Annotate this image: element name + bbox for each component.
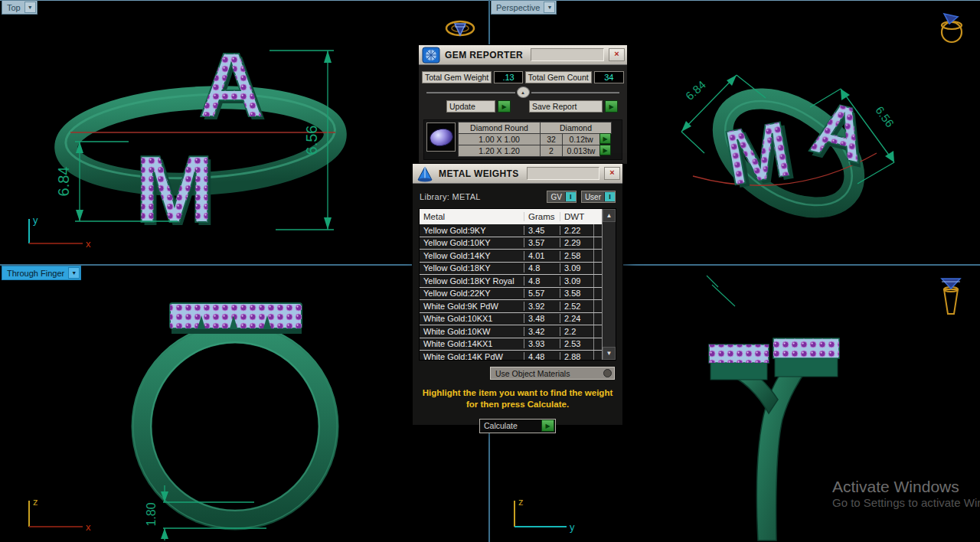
calculate-go-icon[interactable]: ▶ (541, 420, 554, 432)
collapse-divider: ▲ (426, 87, 619, 97)
viewport-label-top[interactable]: Top ▼ (2, 0, 38, 15)
user-toggle[interactable]: User I (581, 191, 616, 203)
viewport-title: Top (7, 3, 21, 12)
viewport-menu-icon[interactable]: ▼ (544, 2, 555, 13)
table-row[interactable]: White Gold:10KX13.482.24 (420, 313, 616, 326)
table-row[interactable]: Yellow Gold:22KY5.573.58 (420, 288, 616, 301)
gem-count: 32 (540, 133, 563, 145)
instruction-text: Highlight the item you want to find the … (413, 387, 622, 410)
svg-text:x: x (86, 521, 91, 533)
svg-text:y: y (33, 214, 38, 226)
gem-reporter-dialog: GEM REPORTER × Total Gem Weight .13 Tota… (418, 44, 628, 165)
gem-row[interactable]: 1.20 X 1.20 2 0.013tw ▶ (459, 145, 612, 157)
dialog-title: METAL WEIGHTS (439, 168, 519, 179)
table-row[interactable]: White Gold:14K PdW4.482.88 (420, 351, 616, 361)
gem-size: 1.20 X 1.20 (458, 145, 541, 157)
ring-3d-icon (942, 14, 962, 42)
calculate-label: Calculate (480, 421, 541, 430)
table-row[interactable]: White Gold:9K PdW3.922.52 (420, 300, 616, 313)
gem-thumbnail[interactable] (426, 122, 456, 152)
gem-bar-left (709, 344, 769, 380)
gv-toggle-label: GV (547, 193, 564, 201)
axis-through-finger: z x (29, 496, 91, 533)
close-icon[interactable]: × (604, 167, 620, 180)
user-toggle-indicator: I (604, 192, 615, 201)
svg-text:6.84: 6.84 (683, 78, 708, 103)
gem-bar (170, 303, 302, 334)
small-dimension-ticks (707, 276, 735, 306)
letter-a-top: A A A (198, 34, 266, 139)
save-report-button[interactable]: Save Report (529, 100, 603, 113)
table-row[interactable]: Yellow Gold:14KY4.012.58 (420, 250, 616, 263)
gem-count: 2 (540, 145, 563, 157)
gem-bar-right (773, 338, 839, 377)
gem-reporter-titlebar[interactable]: GEM REPORTER × (419, 45, 627, 65)
viewport-label-perspective[interactable]: Perspective ▼ (491, 0, 557, 15)
metal-weights-dialog: METAL WEIGHTS × Library: METAL GV I User… (412, 163, 623, 426)
collapse-icon[interactable]: ▲ (517, 87, 530, 98)
close-icon[interactable]: × (609, 48, 625, 61)
table-row[interactable]: Yellow Gold:18KY4.83.09 (420, 263, 616, 276)
metal-weights-icon (416, 165, 434, 182)
svg-text:y: y (570, 521, 575, 533)
gem-row-go-icon[interactable]: ▶ (599, 133, 611, 144)
metal-weights-titlebar[interactable]: METAL WEIGHTS × (413, 164, 622, 184)
svg-text:x: x (86, 238, 91, 250)
gem-weight: 0.013tw (562, 145, 600, 157)
axis-top-view: y x (29, 214, 91, 250)
col-metal[interactable]: Metal (420, 212, 524, 221)
viewport-title: Through Finger (7, 269, 64, 278)
gem-col-material: Diamond (540, 122, 612, 134)
gem-weight: 0.12tw (562, 133, 600, 145)
gem-table: Diamond Round Diamond 1.00 X 1.00 32 0.1… (423, 119, 622, 160)
scroll-up-icon[interactable]: ▲ (603, 209, 616, 222)
library-label: Library: METAL (420, 192, 481, 201)
table-row[interactable]: White Gold:14KX13.932.53 (420, 338, 616, 351)
letter-m-top: M M M (135, 136, 217, 245)
metal-table: Metal Grams DWT Yellow Gold:9KY3.452.22 … (419, 208, 616, 361)
viewport-menu-icon[interactable]: ▼ (68, 267, 80, 279)
table-row[interactable]: Yellow Gold:10KY3.572.29 (420, 237, 616, 250)
table-row[interactable]: Yellow Gold:9KY3.452.22 (420, 224, 616, 237)
svg-text:6.84: 6.84 (55, 167, 72, 197)
gem-row[interactable]: 1.00 X 1.00 32 0.12tw ▶ (459, 134, 612, 145)
gv-toggle-indicator: I (565, 192, 576, 201)
table-row[interactable]: Yellow Gold:18KY Royal4.83.09 (420, 275, 616, 288)
metal-table-header: Metal Grams DWT (420, 209, 616, 224)
svg-text:M: M (135, 136, 214, 242)
update-button[interactable]: Update (446, 100, 495, 113)
use-object-materials-label: Use Object Materials (495, 369, 570, 378)
activate-windows-watermark: Activate Windows Go to Settings to activ… (832, 478, 980, 509)
ring-side-icon (446, 21, 474, 35)
gem-size: 1.00 X 1.00 (458, 133, 541, 145)
save-report-go-icon[interactable]: ▶ (605, 100, 618, 113)
svg-text:A: A (198, 34, 263, 136)
update-go-icon[interactable]: ▶ (498, 100, 511, 113)
table-scrollbar[interactable]: ▲ ▼ (602, 209, 616, 360)
col-grams[interactable]: Grams (524, 212, 560, 221)
scroll-down-icon[interactable]: ▼ (603, 347, 616, 360)
svg-text:6.56: 6.56 (303, 126, 320, 155)
col-dwt[interactable]: DWT (560, 212, 593, 221)
axis-front-view: z y (514, 496, 575, 533)
top-view-scene: A A A M M M 6.56 6.84 (29, 21, 474, 250)
svg-text:z: z (33, 496, 38, 508)
titlebar-groove (531, 48, 604, 61)
gem-reporter-icon (422, 47, 440, 64)
viewport-menu-icon[interactable]: ▼ (24, 2, 36, 13)
gem-row-go-icon[interactable]: ▶ (599, 145, 611, 155)
gv-toggle[interactable]: GV I (547, 191, 576, 203)
table-row[interactable]: White Gold:10KW3.422.2 (420, 325, 616, 338)
svg-text:1.80: 1.80 (145, 502, 158, 526)
through-finger-scene: 1.80 z x (29, 303, 337, 540)
letter-a-perspective: A A A (802, 84, 880, 184)
calculate-button[interactable]: Calculate ▶ (479, 419, 556, 433)
dialog-title: GEM REPORTER (445, 50, 523, 60)
use-object-materials-button[interactable]: Use Object Materials (490, 367, 615, 380)
window-top-border (0, 0, 980, 1)
svg-text:z: z (518, 496, 524, 508)
letter-m-perspective: M M M (718, 104, 802, 206)
viewport-label-through-finger[interactable]: Through Finger ▼ (2, 266, 81, 280)
viewport-title: Perspective (496, 3, 540, 12)
perspective-scene: M M M A A A 6.84 6.56 (681, 14, 962, 306)
